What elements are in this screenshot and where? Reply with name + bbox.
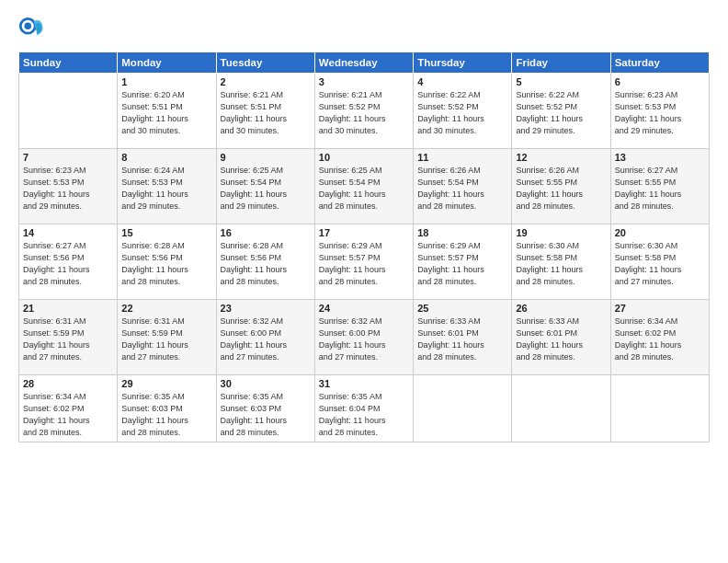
- week-row-3: 14Sunrise: 6:27 AM Sunset: 5:56 PM Dayli…: [19, 224, 710, 300]
- day-number: 16: [221, 227, 311, 238]
- day-number: 20: [615, 227, 705, 238]
- week-row-1: 1Sunrise: 6:20 AM Sunset: 5:51 PM Daylig…: [19, 74, 710, 149]
- day-info: Sunrise: 6:30 AM Sunset: 5:58 PM Dayligh…: [516, 240, 606, 288]
- day-number: 10: [319, 152, 409, 163]
- day-info: Sunrise: 6:22 AM Sunset: 5:52 PM Dayligh…: [516, 89, 606, 137]
- day-number: 14: [23, 227, 113, 238]
- day-number: 23: [221, 303, 311, 314]
- day-number: 30: [221, 378, 311, 389]
- logo: [18, 17, 48, 42]
- day-number: 3: [319, 76, 409, 87]
- day-number: 9: [221, 152, 311, 163]
- day-number: 12: [516, 152, 606, 163]
- day-info: Sunrise: 6:26 AM Sunset: 5:55 PM Dayligh…: [516, 165, 606, 213]
- calendar-cell: 13Sunrise: 6:27 AM Sunset: 5:55 PM Dayli…: [610, 149, 709, 224]
- week-row-4: 21Sunrise: 6:31 AM Sunset: 5:59 PM Dayli…: [19, 300, 710, 375]
- calendar-cell: [512, 375, 610, 442]
- day-info: Sunrise: 6:30 AM Sunset: 5:58 PM Dayligh…: [615, 240, 705, 288]
- calendar-cell: 4Sunrise: 6:22 AM Sunset: 5:52 PM Daylig…: [414, 74, 512, 149]
- calendar-cell: 18Sunrise: 6:29 AM Sunset: 5:57 PM Dayli…: [414, 224, 512, 300]
- day-info: Sunrise: 6:35 AM Sunset: 6:04 PM Dayligh…: [319, 391, 409, 439]
- calendar-cell: 29Sunrise: 6:35 AM Sunset: 6:03 PM Dayli…: [118, 375, 216, 442]
- day-info: Sunrise: 6:34 AM Sunset: 6:02 PM Dayligh…: [23, 391, 113, 439]
- day-number: 27: [615, 303, 705, 314]
- day-number: 31: [319, 378, 409, 389]
- day-info: Sunrise: 6:31 AM Sunset: 5:59 PM Dayligh…: [121, 316, 211, 363]
- day-info: Sunrise: 6:23 AM Sunset: 5:53 PM Dayligh…: [23, 165, 113, 213]
- svg-point-2: [25, 23, 31, 29]
- day-info: Sunrise: 6:34 AM Sunset: 6:02 PM Dayligh…: [615, 316, 705, 363]
- day-info: Sunrise: 6:27 AM Sunset: 5:56 PM Dayligh…: [23, 240, 113, 288]
- day-number: 17: [319, 227, 409, 238]
- logo-icon: [18, 17, 44, 42]
- day-header-row: SundayMondayTuesdayWednesdayThursdayFrid…: [19, 52, 710, 74]
- calendar-cell: 9Sunrise: 6:25 AM Sunset: 5:54 PM Daylig…: [216, 149, 314, 224]
- day-number: 13: [615, 152, 705, 163]
- day-info: Sunrise: 6:28 AM Sunset: 5:56 PM Dayligh…: [121, 240, 211, 288]
- day-info: Sunrise: 6:29 AM Sunset: 5:57 PM Dayligh…: [417, 240, 507, 288]
- calendar-cell: 14Sunrise: 6:27 AM Sunset: 5:56 PM Dayli…: [19, 224, 118, 300]
- day-info: Sunrise: 6:29 AM Sunset: 5:57 PM Dayligh…: [319, 240, 409, 288]
- day-info: Sunrise: 6:35 AM Sunset: 6:03 PM Dayligh…: [121, 391, 211, 439]
- day-header-monday: Monday: [118, 52, 216, 74]
- calendar-cell: 6Sunrise: 6:23 AM Sunset: 5:53 PM Daylig…: [610, 74, 709, 149]
- day-info: Sunrise: 6:23 AM Sunset: 5:53 PM Dayligh…: [615, 89, 705, 137]
- calendar-cell: 12Sunrise: 6:26 AM Sunset: 5:55 PM Dayli…: [512, 149, 610, 224]
- week-row-5: 28Sunrise: 6:34 AM Sunset: 6:02 PM Dayli…: [19, 375, 710, 442]
- day-number: 19: [516, 227, 606, 238]
- calendar-cell: 25Sunrise: 6:33 AM Sunset: 6:01 PM Dayli…: [414, 300, 512, 375]
- calendar-cell: 31Sunrise: 6:35 AM Sunset: 6:04 PM Dayli…: [314, 375, 413, 442]
- day-info: Sunrise: 6:28 AM Sunset: 5:56 PM Dayligh…: [221, 240, 311, 288]
- calendar-cell: 2Sunrise: 6:21 AM Sunset: 5:51 PM Daylig…: [216, 74, 314, 149]
- day-number: 24: [319, 303, 409, 314]
- calendar-cell: 28Sunrise: 6:34 AM Sunset: 6:02 PM Dayli…: [19, 375, 118, 442]
- day-number: 28: [23, 378, 113, 389]
- day-header-friday: Friday: [512, 52, 610, 74]
- week-row-2: 7Sunrise: 6:23 AM Sunset: 5:53 PM Daylig…: [19, 149, 710, 224]
- day-number: 18: [417, 227, 507, 238]
- calendar-cell: 23Sunrise: 6:32 AM Sunset: 6:00 PM Dayli…: [216, 300, 314, 375]
- day-info: Sunrise: 6:21 AM Sunset: 5:52 PM Dayligh…: [319, 89, 409, 137]
- day-info: Sunrise: 6:27 AM Sunset: 5:55 PM Dayligh…: [615, 165, 705, 213]
- calendar-cell: 1Sunrise: 6:20 AM Sunset: 5:51 PM Daylig…: [118, 74, 216, 149]
- calendar-cell: 30Sunrise: 6:35 AM Sunset: 6:03 PM Dayli…: [216, 375, 314, 442]
- calendar-cell: 3Sunrise: 6:21 AM Sunset: 5:52 PM Daylig…: [314, 74, 413, 149]
- day-header-wednesday: Wednesday: [314, 52, 413, 74]
- calendar-cell: 20Sunrise: 6:30 AM Sunset: 5:58 PM Dayli…: [610, 224, 709, 300]
- calendar-cell: 15Sunrise: 6:28 AM Sunset: 5:56 PM Dayli…: [118, 224, 216, 300]
- day-number: 4: [417, 76, 507, 87]
- calendar-cell: 19Sunrise: 6:30 AM Sunset: 5:58 PM Dayli…: [512, 224, 610, 300]
- calendar-cell: 10Sunrise: 6:25 AM Sunset: 5:54 PM Dayli…: [314, 149, 413, 224]
- day-number: 26: [516, 303, 606, 314]
- calendar-cell: [414, 375, 512, 442]
- day-info: Sunrise: 6:31 AM Sunset: 5:59 PM Dayligh…: [23, 316, 113, 363]
- day-info: Sunrise: 6:22 AM Sunset: 5:52 PM Dayligh…: [417, 89, 507, 137]
- calendar-cell: [19, 74, 118, 149]
- day-number: 2: [221, 76, 311, 87]
- day-number: 1: [121, 76, 211, 87]
- day-info: Sunrise: 6:26 AM Sunset: 5:54 PM Dayligh…: [417, 165, 507, 213]
- day-number: 11: [417, 152, 507, 163]
- day-number: 6: [615, 76, 705, 87]
- calendar-cell: 8Sunrise: 6:24 AM Sunset: 5:53 PM Daylig…: [118, 149, 216, 224]
- calendar-cell: 24Sunrise: 6:32 AM Sunset: 6:00 PM Dayli…: [314, 300, 413, 375]
- day-info: Sunrise: 6:21 AM Sunset: 5:51 PM Dayligh…: [221, 89, 311, 137]
- day-number: 21: [23, 303, 113, 314]
- day-header-thursday: Thursday: [414, 52, 512, 74]
- day-header-tuesday: Tuesday: [216, 52, 314, 74]
- day-info: Sunrise: 6:25 AM Sunset: 5:54 PM Dayligh…: [221, 165, 311, 213]
- day-info: Sunrise: 6:20 AM Sunset: 5:51 PM Dayligh…: [121, 89, 211, 137]
- day-info: Sunrise: 6:33 AM Sunset: 6:01 PM Dayligh…: [417, 316, 507, 363]
- page: SundayMondayTuesdayWednesdayThursdayFrid…: [0, 0, 728, 563]
- day-number: 22: [121, 303, 211, 314]
- calendar-cell: 26Sunrise: 6:33 AM Sunset: 6:01 PM Dayli…: [512, 300, 610, 375]
- day-info: Sunrise: 6:32 AM Sunset: 6:00 PM Dayligh…: [319, 316, 409, 363]
- day-info: Sunrise: 6:33 AM Sunset: 6:01 PM Dayligh…: [516, 316, 606, 363]
- day-info: Sunrise: 6:25 AM Sunset: 5:54 PM Dayligh…: [319, 165, 409, 213]
- day-number: 8: [121, 152, 211, 163]
- calendar-cell: 5Sunrise: 6:22 AM Sunset: 5:52 PM Daylig…: [512, 74, 610, 149]
- day-header-saturday: Saturday: [610, 52, 709, 74]
- calendar-cell: 7Sunrise: 6:23 AM Sunset: 5:53 PM Daylig…: [19, 149, 118, 224]
- day-info: Sunrise: 6:32 AM Sunset: 6:00 PM Dayligh…: [221, 316, 311, 363]
- calendar-cell: 11Sunrise: 6:26 AM Sunset: 5:54 PM Dayli…: [414, 149, 512, 224]
